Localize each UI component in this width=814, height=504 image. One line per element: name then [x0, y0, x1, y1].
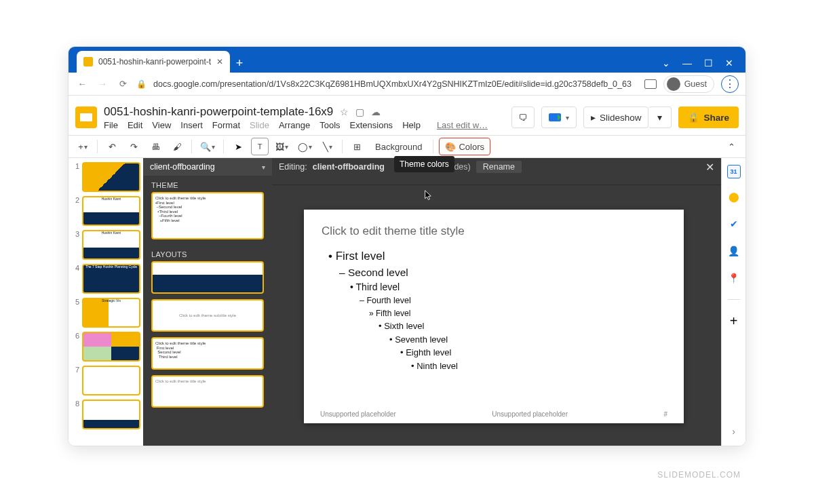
- title-placeholder[interactable]: Click to edit theme title style: [322, 225, 666, 238]
- footer-page-number: #: [663, 410, 667, 418]
- tasks-icon[interactable]: ✔: [725, 215, 743, 233]
- background-label: Background: [375, 142, 422, 152]
- menu-extensions[interactable]: Extensions: [350, 120, 393, 130]
- last-edit-link[interactable]: Last edit w…: [437, 120, 488, 130]
- addons-button[interactable]: +: [725, 312, 743, 330]
- theme-edit-bar: Editing: client-offboarding by all slide…: [272, 158, 721, 176]
- contacts-icon[interactable]: 👤: [725, 242, 743, 260]
- browser-profile-button[interactable]: Guest: [663, 75, 714, 93]
- line-tool[interactable]: ╲▾: [319, 138, 336, 155]
- nav-back-button[interactable]: ←: [75, 79, 89, 89]
- tab-close-icon[interactable]: ✕: [216, 57, 223, 66]
- slideshow-label: Slideshow: [600, 113, 642, 123]
- print-button[interactable]: 🖶: [147, 138, 164, 155]
- theme-section-label: THEME: [143, 176, 272, 192]
- menu-help[interactable]: Help: [402, 120, 421, 130]
- new-tab-button[interactable]: +: [230, 54, 249, 73]
- comment-icon: 🗨: [518, 113, 528, 123]
- horizontal-ruler[interactable]: [272, 176, 721, 185]
- collapse-toolbar-button[interactable]: ⌃: [722, 138, 740, 155]
- body-placeholder[interactable]: First level Second level Third level Fou…: [322, 248, 666, 373]
- layout-thumb-2[interactable]: Click to edit theme subtitle style: [151, 299, 264, 332]
- window-minimize-button[interactable]: —: [682, 58, 692, 69]
- image-tool[interactable]: 🖼▾: [273, 138, 291, 155]
- keep-icon[interactable]: ⬤: [725, 188, 743, 206]
- hide-side-panel-button[interactable]: ›: [725, 423, 743, 440]
- avatar-icon: [667, 77, 680, 91]
- slide-thumb-5[interactable]: Strategic Vis: [82, 298, 140, 328]
- master-theme-thumb[interactable]: Click to edit theme title style•First le…: [151, 192, 264, 239]
- slide-canvas[interactable]: Click to edit theme title style First le…: [272, 185, 721, 446]
- slideshow-button[interactable]: ▸ Slideshow: [583, 106, 649, 128]
- text-box-tool[interactable]: T: [251, 138, 269, 155]
- slideshow-options-button[interactable]: ▾: [648, 106, 672, 128]
- share-button[interactable]: 🔒 Share: [678, 106, 739, 128]
- star-icon[interactable]: ☆: [340, 106, 349, 117]
- share-label: Share: [703, 113, 729, 123]
- window-maximize-button[interactable]: ☐: [704, 58, 713, 69]
- slide-thumb-4[interactable]: The 7 Step Hoshin Planning Cycle: [82, 264, 140, 294]
- browser-tab[interactable]: 0051-hoshin-kanri-powerpoint-t ✕: [77, 51, 230, 73]
- tab-title: 0051-hoshin-kanri-powerpoint-t: [98, 57, 211, 66]
- zoom-button[interactable]: 🔍▾: [197, 138, 218, 155]
- move-icon[interactable]: ▢: [355, 106, 364, 117]
- translate-icon[interactable]: [644, 79, 657, 89]
- profile-label: Guest: [684, 79, 707, 89]
- shape-tool[interactable]: ◯▾: [295, 138, 315, 155]
- master-name[interactable]: client-offboarding: [150, 162, 215, 172]
- menu-view[interactable]: View: [152, 120, 171, 130]
- footer-center: Unsupported placeholder: [492, 410, 568, 418]
- redo-button[interactable]: ↷: [125, 138, 142, 155]
- layout-thumb-3[interactable]: Click to edit theme title style First le…: [151, 337, 264, 370]
- maps-icon[interactable]: 📍: [725, 269, 743, 287]
- editing-prefix: Editing:: [279, 162, 307, 172]
- toolbar: +▾ ↶ ↷ 🖶 🖌 🔍▾ ➤ T 🖼▾ ◯▾ ╲▾ ⊞ Background …: [69, 135, 745, 158]
- lock-small-icon: 🔒: [688, 112, 699, 123]
- slide-thumb-8[interactable]: [82, 400, 140, 429]
- browser-address-bar: ← → ⟳ 🔒 docs.google.com/presentation/d/1…: [69, 73, 745, 96]
- new-slide-button[interactable]: +▾: [74, 138, 92, 155]
- layouts-section-label: LAYOUTS: [143, 245, 272, 261]
- meet-button[interactable]: ▾: [541, 106, 577, 128]
- layout-thumb-4[interactable]: Click to edit theme title style: [151, 375, 264, 408]
- menu-slide: Slide: [250, 120, 269, 130]
- add-placeholder-button[interactable]: ⊞: [348, 138, 366, 155]
- browser-menu-button[interactable]: ⋮: [721, 75, 739, 93]
- layout-thumb-1[interactable]: [151, 261, 264, 294]
- background-button[interactable]: Background: [370, 138, 427, 155]
- slide-thumb-3[interactable]: Hoshin Kanri: [82, 230, 140, 260]
- theme-builder-panel: client-offboarding ▾ THEME Click to edit…: [143, 158, 272, 446]
- comments-button[interactable]: 🗨: [511, 106, 535, 128]
- window-close-button[interactable]: ✕: [725, 58, 733, 69]
- play-icon: ▸: [591, 112, 596, 123]
- chevron-down-icon[interactable]: ⌄: [662, 58, 670, 69]
- menu-arrange[interactable]: Arrange: [279, 120, 310, 130]
- palette-icon: 🎨: [445, 142, 456, 152]
- undo-button[interactable]: ↶: [103, 138, 121, 155]
- slide-thumb-6[interactable]: [82, 332, 140, 362]
- slides-logo-icon[interactable]: [75, 106, 97, 128]
- nav-forward-button[interactable]: →: [96, 79, 109, 89]
- select-tool[interactable]: ➤: [229, 138, 247, 155]
- slide-filmstrip[interactable]: 1 2Hoshin Kanri 3Hoshin Kanri 4The 7 Ste…: [69, 158, 143, 446]
- menu-format[interactable]: Format: [212, 120, 240, 130]
- slide-thumb-7[interactable]: [82, 366, 140, 395]
- colors-button[interactable]: 🎨 Colors: [439, 138, 490, 155]
- document-title[interactable]: 0051-hoshin-kanri-powerpoint-template-16…: [104, 105, 333, 119]
- slide-thumb-1[interactable]: [82, 162, 140, 192]
- menu-insert[interactable]: Insert: [180, 120, 203, 130]
- dropdown-icon[interactable]: ▾: [262, 163, 265, 171]
- lock-icon: 🔒: [136, 79, 147, 89]
- master-slide[interactable]: Click to edit theme title style First le…: [304, 210, 684, 423]
- paint-format-button[interactable]: 🖌: [168, 138, 186, 155]
- menu-file[interactable]: File: [104, 120, 118, 130]
- menu-edit[interactable]: Edit: [128, 120, 142, 130]
- nav-reload-button[interactable]: ⟳: [116, 79, 130, 89]
- close-theme-editor-button[interactable]: ✕: [705, 161, 714, 174]
- calendar-icon[interactable]: 31: [727, 165, 741, 178]
- rename-button[interactable]: Rename: [476, 161, 522, 173]
- url-text[interactable]: docs.google.com/presentation/d/1Vs8x22C3…: [153, 79, 638, 89]
- side-panel: 31 ⬤ ✔ 👤 📍 + ›: [721, 158, 745, 446]
- slide-thumb-2[interactable]: Hoshin Kanri: [82, 196, 140, 226]
- menu-tools[interactable]: Tools: [319, 120, 340, 130]
